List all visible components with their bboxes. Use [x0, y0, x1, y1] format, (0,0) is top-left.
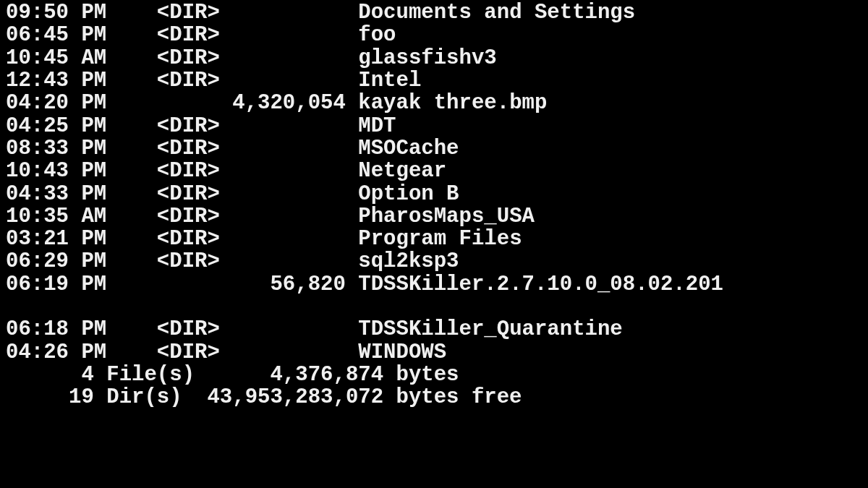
entry-size — [220, 114, 346, 138]
entry-size — [220, 205, 346, 228]
entry-name: Program Files — [358, 227, 522, 251]
dir-entry-row: 09:50 PM <DIR> Documents and Settings — [6, 1, 868, 24]
summary-dirs: 19 Dir(s) 43,953,283,072 bytes free — [6, 386, 868, 408]
entry-name: Option B — [358, 182, 459, 206]
dir-entry-row: 06:29 PM <DIR> sql2ksp3 — [6, 250, 868, 273]
entry-name: WINDOWS — [358, 341, 446, 364]
entry-time: 04:33 PM — [6, 182, 157, 206]
entry-type: <DIR> — [157, 159, 220, 183]
entry-type: <DIR> — [157, 114, 220, 138]
entry-size — [220, 159, 346, 183]
entry-size — [220, 23, 346, 47]
entry-time: 04:25 PM — [6, 114, 157, 138]
entry-type: <DIR> — [157, 69, 220, 93]
entry-type: <DIR> — [157, 227, 220, 251]
entry-name: MDT — [358, 114, 396, 138]
entry-time: 09:50 PM — [6, 1, 157, 25]
summary-files: 4 File(s) 4,376,874 bytes — [6, 364, 868, 386]
entry-time: 06:18 PM — [6, 317, 157, 341]
entry-type: <DIR> — [157, 137, 220, 160]
dir-entry-row: 06:19 PM 56,820 TDSSKiller.2.7.10.0_08.0… — [6, 273, 868, 296]
entry-size — [220, 227, 346, 251]
entry-time: 12:43 PM — [6, 69, 157, 93]
entry-type: <DIR> — [157, 182, 220, 206]
entry-size — [220, 137, 346, 160]
entry-name: MSOCache — [358, 137, 459, 160]
entry-time: 04:26 PM — [6, 341, 157, 364]
dir-entry-row: 06:18 PM <DIR> TDSSKiller_Quarantine — [6, 318, 868, 341]
dir-entry-row: 06:45 PM <DIR> foo — [6, 24, 868, 46]
entry-time: 06:19 PM — [6, 273, 157, 296]
dir-entry-row: 08:33 PM <DIR> MSOCache — [6, 137, 868, 160]
entry-size — [220, 249, 346, 273]
entry-name: Documents and Settings — [358, 1, 635, 25]
entry-size — [220, 341, 346, 364]
entry-name: kayak three.bmp — [358, 91, 547, 115]
entry-time: 10:35 AM — [6, 205, 157, 228]
dir-entry-row: 12:43 PM <DIR> Intel — [6, 69, 868, 92]
dir-entry-row: 10:35 AM <DIR> PharosMaps_USA — [6, 205, 868, 228]
entry-type — [157, 91, 220, 115]
dir-entry-row: 04:33 PM <DIR> Option B — [6, 183, 868, 205]
entry-name: Netgear — [358, 159, 446, 183]
entry-time: 03:21 PM — [6, 227, 157, 251]
entry-name: foo — [358, 23, 396, 47]
dir-entry-row: 10:45 AM <DIR> glassfishv3 — [6, 47, 868, 69]
entry-name: Intel — [358, 69, 421, 93]
entry-type: <DIR> — [157, 249, 220, 273]
entry-name: TDSSKiller.2.7.10.0_08.02.201 — [358, 273, 723, 296]
entry-size — [220, 69, 346, 93]
entry-size — [220, 182, 346, 206]
entry-size — [220, 46, 346, 70]
entry-type: <DIR> — [157, 341, 220, 364]
entry-type: <DIR> — [157, 1, 220, 25]
entry-time: 06:29 PM — [6, 249, 157, 273]
entry-size — [220, 1, 346, 25]
entry-time: 10:45 AM — [6, 46, 157, 70]
dir-entry-row: 04:25 PM <DIR> MDT — [6, 115, 868, 137]
entry-time: 08:33 PM — [6, 137, 157, 160]
entry-type: <DIR> — [157, 205, 220, 228]
entry-time: 04:20 PM — [6, 91, 157, 115]
entry-name: sql2ksp3 — [358, 249, 459, 273]
entry-time: 06:45 PM — [6, 23, 157, 47]
entry-size: 56,820 — [220, 273, 346, 296]
entry-name: TDSSKiller_Quarantine — [358, 317, 622, 341]
dir-entry-row: 04:20 PM 4,320,054 kayak three.bmp — [6, 92, 868, 114]
dir-entry-row: 03:21 PM <DIR> Program Files — [6, 228, 868, 250]
entry-time: 10:43 PM — [6, 159, 157, 183]
entry-name: glassfishv3 — [358, 46, 496, 70]
entry-type: <DIR> — [157, 317, 220, 341]
entry-size: 4,320,054 — [220, 91, 346, 115]
entry-type: <DIR> — [157, 46, 220, 70]
dir-entry-row — [6, 296, 868, 318]
entry-size — [220, 317, 346, 341]
dir-entry-row: 04:26 PM <DIR> WINDOWS — [6, 341, 868, 364]
entry-type — [157, 273, 220, 296]
entry-name: PharosMaps_USA — [358, 205, 535, 228]
entry-type: <DIR> — [157, 23, 220, 47]
dir-entry-row: 10:43 PM <DIR> Netgear — [6, 160, 868, 182]
dir-listing: 09:50 PM <DIR> Documents and Settings06:… — [6, 1, 868, 364]
